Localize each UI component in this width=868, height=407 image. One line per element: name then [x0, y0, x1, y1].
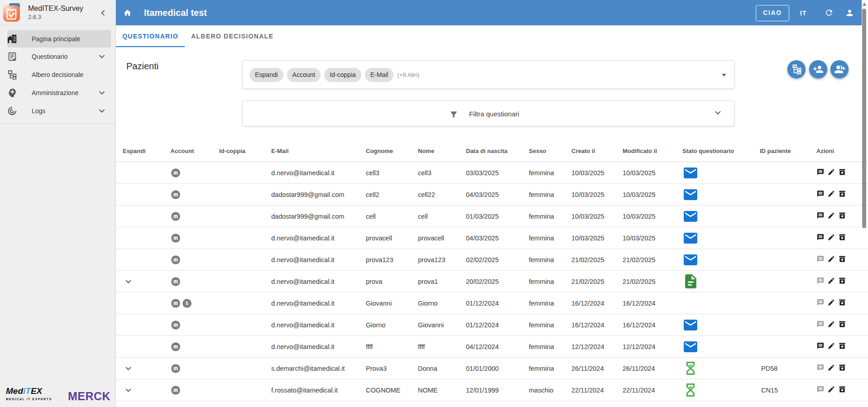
- svg-text:5: 5: [186, 300, 188, 306]
